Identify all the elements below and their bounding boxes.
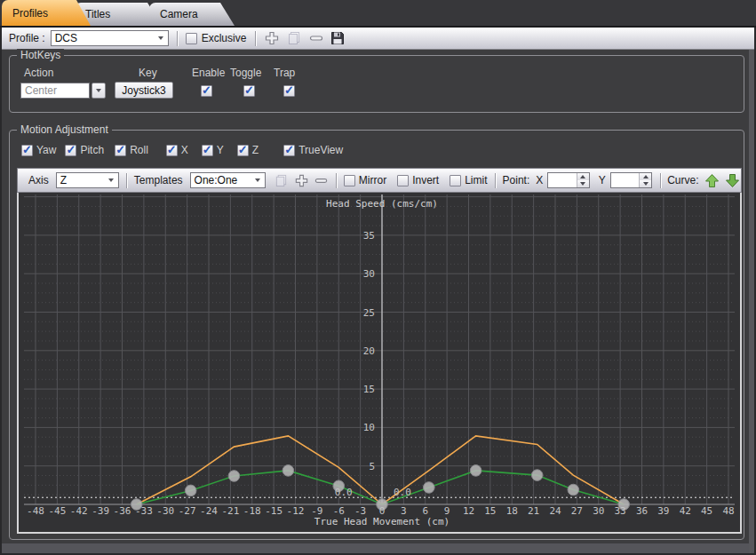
separator	[660, 173, 661, 188]
motion-axes-row: Yaw Pitch Roll X Y Z TrueView	[21, 144, 343, 156]
svg-text:True Head Movement (cm): True Head Movement (cm)	[314, 516, 450, 527]
remove-point-icon[interactable]	[313, 171, 330, 189]
templates-label: Templates	[134, 174, 183, 186]
exclusive-label: Exclusive	[202, 32, 247, 44]
invert-checkbox[interactable]	[397, 175, 409, 186]
templates-combobox[interactable]: One:One	[190, 172, 266, 188]
profile-combobox-value: DCS	[55, 32, 77, 44]
point-x-spinner[interactable]	[547, 172, 589, 188]
templates-combobox-value: One:One	[195, 174, 238, 186]
svg-text:25: 25	[363, 307, 375, 319]
svg-text:-3: -3	[354, 505, 366, 517]
roll-checkbox[interactable]	[115, 145, 126, 156]
svg-text:-36: -36	[114, 505, 131, 517]
y-checkbox[interactable]	[202, 145, 213, 156]
trueview-checkbox[interactable]	[283, 145, 295, 156]
svg-text:-18: -18	[243, 505, 261, 517]
svg-text:-45: -45	[48, 505, 66, 517]
svg-text:-48: -48	[27, 505, 44, 517]
hotkeys-group: HotKeys Action Key Enable Toggle Trap Ce…	[9, 55, 744, 113]
svg-text:-15: -15	[265, 505, 283, 517]
chevron-down-icon[interactable]	[105, 173, 118, 187]
svg-text:21: 21	[528, 505, 539, 517]
svg-text:10: 10	[363, 422, 375, 433]
spin-down-icon[interactable]	[577, 180, 589, 187]
y-label: Y	[217, 144, 224, 156]
hotkey-key-button[interactable]: Joystick3	[115, 82, 173, 99]
curve-down-arrow-icon[interactable]	[723, 171, 741, 189]
svg-text:27: 27	[571, 505, 583, 517]
spin-down-icon[interactable]	[640, 180, 651, 187]
pitch-label: Pitch	[80, 144, 104, 156]
trackir-window: Profiles Titles Camera Profile : DCS Exc…	[0, 0, 756, 555]
separator	[126, 173, 127, 188]
x-checkbox[interactable]	[166, 145, 178, 156]
mirror-checkbox[interactable]	[344, 175, 355, 186]
svg-text:9: 9	[444, 505, 450, 517]
trap-checkbox[interactable]	[283, 85, 295, 97]
yaw-checkbox[interactable]	[21, 145, 33, 156]
hotkeys-group-title: HotKeys	[17, 49, 64, 61]
separator	[255, 31, 256, 46]
motion-curve-chart[interactable]: Head Speed (cms/cm)True Head Movement (c…	[17, 193, 742, 534]
svg-text:-6: -6	[333, 505, 345, 517]
svg-text:33: 33	[615, 505, 626, 517]
svg-text:-30: -30	[156, 505, 174, 517]
tab-camera[interactable]: Camera	[149, 3, 235, 26]
toggle-label: Toggle	[230, 67, 261, 79]
z-checkbox[interactable]	[237, 145, 249, 156]
paste-curve-icon[interactable]	[273, 171, 290, 189]
yaw-label: Yaw	[36, 144, 56, 156]
profile-label: Profile :	[9, 32, 45, 44]
duplicate-profile-icon[interactable]	[285, 29, 303, 47]
svg-text:-33: -33	[135, 505, 153, 517]
limit-checkbox[interactable]	[450, 175, 461, 186]
point-label: Point:	[503, 174, 530, 186]
tab-profiles[interactable]: Profiles	[2, 0, 91, 26]
separator	[495, 173, 496, 188]
chevron-down-icon[interactable]	[251, 173, 265, 187]
svg-text:20: 20	[363, 345, 375, 357]
x-label: X	[181, 144, 188, 156]
remove-profile-icon[interactable]	[307, 29, 325, 47]
axis-combobox[interactable]: Z	[56, 172, 119, 188]
mirror-label: Mirror	[359, 174, 386, 186]
action-combobox-dropdown-button[interactable]	[92, 83, 106, 99]
chevron-down-icon	[96, 89, 101, 92]
curve-label: Curve:	[667, 174, 698, 186]
enable-label: Enable	[192, 67, 225, 79]
pitch-checkbox[interactable]	[65, 145, 76, 156]
enable-checkbox[interactable]	[201, 85, 212, 97]
svg-text:3: 3	[401, 505, 407, 517]
svg-text:-24: -24	[200, 505, 218, 517]
chevron-down-icon[interactable]	[155, 31, 168, 45]
svg-text:15: 15	[363, 384, 375, 395]
svg-text:35: 35	[363, 230, 375, 242]
roll-label: Roll	[130, 144, 148, 156]
toggle-checkbox[interactable]	[243, 85, 255, 97]
svg-text:42: 42	[680, 505, 691, 517]
tab-bar: Profiles Titles Camera	[0, 0, 756, 28]
point-y-spinner[interactable]	[610, 172, 652, 188]
svg-text:-42: -42	[70, 505, 88, 517]
curve-up-arrow-icon[interactable]	[703, 171, 720, 189]
save-profile-icon[interactable]	[329, 29, 346, 47]
profile-combobox[interactable]: DCS	[51, 30, 169, 46]
svg-text:30: 30	[363, 268, 375, 280]
svg-text:12: 12	[463, 505, 474, 517]
add-point-icon[interactable]	[292, 171, 310, 189]
svg-text:18: 18	[506, 505, 518, 517]
add-profile-icon[interactable]	[263, 29, 281, 47]
svg-text:-21: -21	[221, 505, 239, 517]
svg-text:0: 0	[379, 505, 386, 517]
chart-canvas[interactable]: Head Speed (cms/cm)True Head Movement (c…	[24, 193, 735, 530]
exclusive-checkbox[interactable]	[186, 33, 197, 44]
spin-up-icon[interactable]	[640, 173, 651, 180]
axis-label: Axis	[28, 174, 49, 186]
svg-text:0.0: 0.0	[335, 487, 353, 498]
svg-text:48: 48	[722, 505, 734, 517]
svg-text:6: 6	[422, 505, 428, 517]
spin-up-icon[interactable]	[577, 173, 589, 180]
action-combobox[interactable]: Center	[20, 83, 90, 99]
svg-text:-12: -12	[287, 505, 305, 517]
